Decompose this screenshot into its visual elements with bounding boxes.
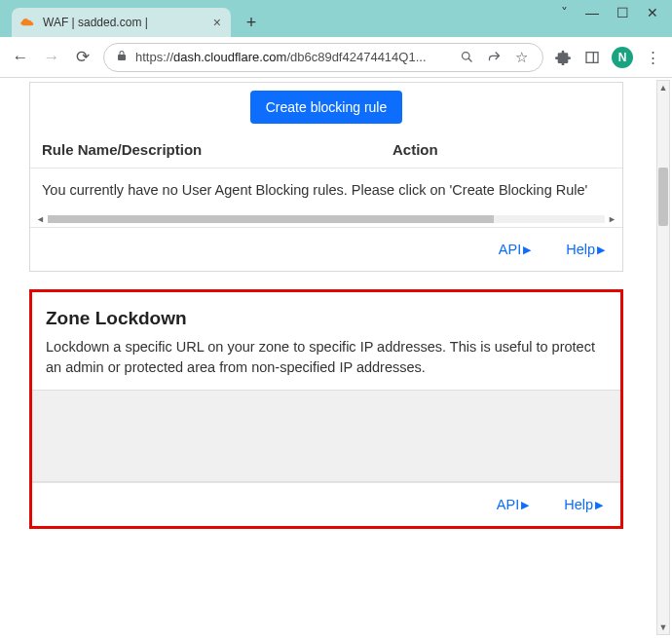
browser-titlebar: WAF | sadded.com | × + ˅ — ☐ ✕ xyxy=(0,0,672,37)
zone-lockdown-description: Lockdown a specific URL on your zone to … xyxy=(46,337,607,378)
chevron-right-icon: ▶ xyxy=(597,244,605,256)
api-link[interactable]: API ▶ xyxy=(497,497,529,512)
profile-avatar[interactable]: N xyxy=(612,47,633,68)
horizontal-scroll-thumb[interactable] xyxy=(48,215,494,223)
browser-toolbar: ← → ⟳ https://dash.cloudflare.com/db6c89… xyxy=(0,37,672,78)
help-link[interactable]: Help ▶ xyxy=(566,242,605,257)
svg-line-1 xyxy=(468,58,471,61)
help-link[interactable]: Help ▶ xyxy=(564,497,603,512)
scroll-down-icon[interactable]: ▼ xyxy=(657,620,669,634)
window-maximize-button[interactable]: ☐ xyxy=(616,6,629,19)
window-close-button[interactable]: ✕ xyxy=(647,6,658,19)
zone-lockdown-placeholder xyxy=(32,390,620,482)
chevron-right-icon: ▶ xyxy=(521,499,529,511)
forward-button[interactable]: → xyxy=(41,47,62,68)
panel-icon[interactable] xyxy=(582,48,602,67)
page-viewport: Create blocking rule Rule Name/Descripti… xyxy=(0,78,672,638)
zone-lockdown-card: Zone Lockdown Lockdown a specific URL on… xyxy=(29,289,623,529)
tab-title: WAF | sadded.com | xyxy=(43,16,205,29)
back-button[interactable]: ← xyxy=(10,47,31,68)
horizontal-scrollbar[interactable]: ◄ ► xyxy=(30,211,622,227)
star-icon[interactable]: ☆ xyxy=(511,48,531,67)
chevron-right-icon: ▶ xyxy=(523,244,531,256)
chevron-down-icon[interactable]: ˅ xyxy=(561,6,568,19)
extensions-icon[interactable] xyxy=(553,48,573,67)
empty-state-message: You currently have no User Agent Blockin… xyxy=(30,168,622,211)
scroll-up-icon[interactable]: ▲ xyxy=(657,81,669,94)
scroll-left-icon[interactable]: ◄ xyxy=(36,214,45,224)
close-tab-icon[interactable]: × xyxy=(213,16,221,29)
create-blocking-rule-button[interactable]: Create blocking rule xyxy=(250,91,403,124)
column-header-rule-name: Rule Name/Description xyxy=(42,141,392,158)
svg-rect-2 xyxy=(586,52,598,62)
ua-blocking-card: Create blocking rule Rule Name/Descripti… xyxy=(29,82,623,272)
scroll-right-icon[interactable]: ► xyxy=(608,214,616,224)
window-minimize-button[interactable]: — xyxy=(585,6,599,19)
reload-button[interactable]: ⟳ xyxy=(72,47,93,68)
new-tab-button[interactable]: + xyxy=(243,14,260,31)
share-icon[interactable] xyxy=(484,48,504,67)
browser-tab[interactable]: WAF | sadded.com | × xyxy=(12,8,231,37)
cloudflare-favicon xyxy=(19,15,35,30)
vertical-scrollbar[interactable]: ▲ ▼ xyxy=(656,80,670,635)
search-icon[interactable] xyxy=(457,48,476,67)
column-header-action: Action xyxy=(392,141,438,158)
address-bar[interactable]: https://dash.cloudflare.com/db6c89df4247… xyxy=(103,43,543,72)
menu-icon[interactable]: ⋮ xyxy=(643,48,662,67)
url-text: https://dash.cloudflare.com/db6c89df4247… xyxy=(135,50,449,64)
svg-point-0 xyxy=(462,53,469,60)
api-link[interactable]: API ▶ xyxy=(499,242,531,257)
lock-icon xyxy=(116,50,128,64)
chevron-right-icon: ▶ xyxy=(595,499,603,511)
vertical-scroll-thumb[interactable] xyxy=(658,168,668,226)
zone-lockdown-title: Zone Lockdown xyxy=(46,308,607,329)
